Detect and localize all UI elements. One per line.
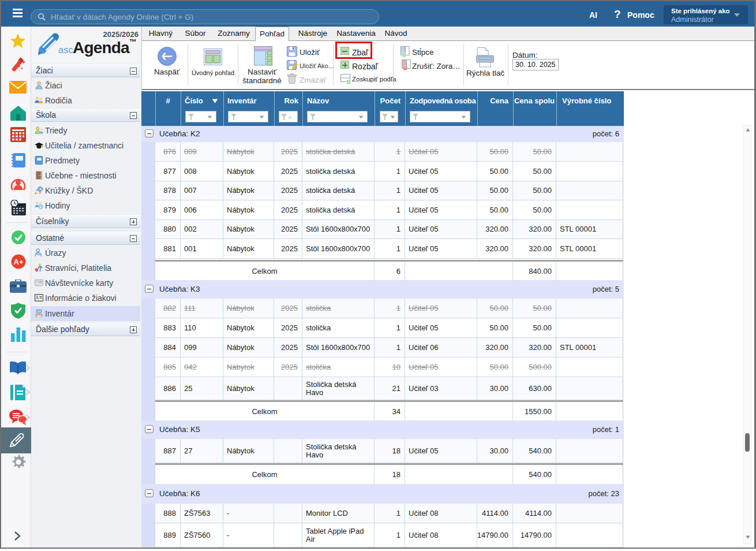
svg-text:A+: A+: [14, 258, 24, 266]
